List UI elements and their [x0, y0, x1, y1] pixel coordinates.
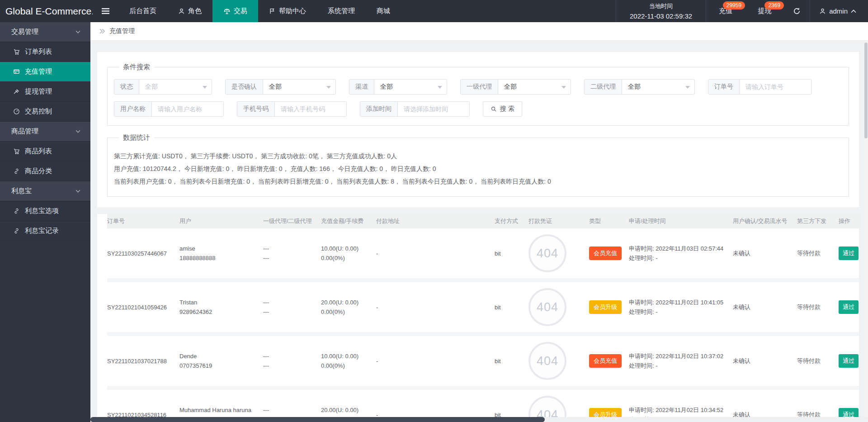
user-phone: 0707357619 — [179, 361, 259, 370]
user-name: Muhammad Haruna haruna — [179, 405, 259, 415]
cell-actions: 通过 — [839, 300, 859, 314]
horizontal-scrollbar-thumb[interactable] — [90, 417, 545, 422]
caret-down-icon — [203, 86, 207, 91]
agent1-select-group: 一级代理 全部 — [460, 79, 571, 95]
amount: 10.00(U: 0.00) — [321, 351, 372, 361]
broken-image-placeholder: 404 — [528, 288, 566, 326]
recharge-count-badge: 29959 — [723, 1, 745, 9]
recharge-table: 订单号 用户 一级代理/二级代理 充值金额/手续费 付款地址 支付方式 打款凭证… — [97, 214, 859, 422]
admin-screen: Global E-Commerce... 后台首页 角色 交易 — [0, 0, 868, 422]
nav-roles[interactable]: 角色 — [167, 0, 212, 22]
local-time-value: 2022-11-03 02:59:32 — [630, 12, 692, 20]
cell-confirm: 未确认 — [733, 249, 797, 257]
sidebar-item-label: 利息宝选项 — [25, 207, 59, 215]
sidebar-group-lixibao[interactable]: 利息宝 — [0, 181, 90, 201]
process-time: 处理时间: - — [629, 307, 728, 317]
fee: 0.00(0%) — [321, 253, 372, 263]
channel-select[interactable]: 全部 — [374, 80, 447, 94]
cell-third-party: 等待付款 — [797, 357, 839, 365]
sidebar-item-goods-list[interactable]: 商品列表 — [0, 142, 90, 161]
nav-mall[interactable]: 商城 — [366, 0, 401, 22]
status-select[interactable]: 全部 — [139, 80, 212, 94]
phone-input[interactable] — [275, 102, 346, 116]
breadcrumb-current[interactable]: 充值管理 — [109, 27, 135, 35]
approve-button[interactable]: 通过 — [839, 247, 859, 260]
search-row-2: 用户名称 手机号码 添加时间 搜 索 — [114, 101, 842, 117]
chevron-down-icon — [75, 30, 80, 33]
sidebar-item-trade-control[interactable]: 交易控制 — [0, 102, 90, 122]
sidebar-item-order-list[interactable]: 订单列表 — [0, 42, 90, 62]
app-logo: Global E-Commerce... — [0, 0, 93, 22]
search-legend: 条件搜索 — [119, 63, 154, 71]
user-icon — [819, 8, 826, 14]
col-method: 支付方式 — [495, 217, 528, 225]
cell-type: 会员充值 — [589, 354, 629, 368]
horizontal-scrollbar[interactable] — [90, 417, 868, 422]
gavel-icon — [13, 88, 20, 95]
cell-agents: --- --- — [263, 244, 321, 263]
order-no-input[interactable] — [740, 80, 811, 94]
sidebar-item-withdraw-management[interactable]: 提现管理 — [0, 82, 90, 102]
vertical-scrollbar-thumb[interactable] — [864, 43, 868, 138]
sidebar-item-goods-category[interactable]: 商品分类 — [0, 161, 90, 181]
search-button[interactable]: 搜 索 — [483, 101, 522, 117]
agent2-select[interactable]: 全部 — [622, 80, 694, 94]
sidebar-item-label: 提现管理 — [25, 87, 52, 96]
agent1-select[interactable]: 全部 — [498, 80, 571, 94]
nav-trade[interactable]: 交易 — [212, 0, 258, 22]
sidebar-group-trade-label: 交易管理 — [11, 28, 38, 36]
search-row-1: 状态 全部 是否确认 全部 渠道 — [114, 79, 842, 95]
stats-line-current-list: 当前列表用户充值: 0， 当前列表今日新增充值: 0， 当前列表昨日新增充值: … — [114, 175, 842, 188]
cell-type: 会员充值 — [589, 247, 629, 260]
confirmed-select[interactable]: 全部 — [263, 80, 335, 94]
user-name-input[interactable] — [152, 102, 223, 116]
col-address: 付款地址 — [376, 217, 495, 225]
approve-button[interactable]: 通过 — [839, 354, 859, 368]
agent1: --- — [263, 405, 316, 415]
refresh-button[interactable] — [784, 0, 810, 22]
nav-mall-label: 商城 — [377, 7, 390, 15]
double-arrow-icon — [99, 28, 105, 34]
topbar: Global E-Commerce... 后台首页 角色 交易 — [0, 0, 868, 22]
cell-confirm: 未确认 — [733, 303, 797, 311]
nav-help-center-label: 帮助中心 — [279, 7, 306, 15]
chevron-up-icon — [851, 9, 856, 13]
refresh-icon — [793, 7, 801, 15]
nav-help-center[interactable]: 帮助中心 — [258, 0, 317, 22]
sidebar-toggle-button[interactable] — [93, 0, 118, 22]
add-time-input-group: 添加时间 — [360, 101, 470, 117]
table-row: SY2211030257446067 amise 18888888888 ---… — [107, 228, 859, 282]
col-third-party: 第三方下发 — [797, 217, 839, 225]
approve-button[interactable]: 通过 — [839, 300, 859, 314]
agent1-label: 一级代理 — [461, 80, 498, 94]
withdraw-shortcut[interactable]: 提现 2369 — [745, 0, 784, 22]
nav-dashboard[interactable]: 后台首页 — [118, 0, 167, 22]
fee: 0.00(0%) — [321, 361, 372, 370]
vertical-scrollbar[interactable] — [864, 41, 868, 417]
cell-user: Tristan 9289624362 — [179, 298, 263, 317]
sidebar-item-lixibao-records[interactable]: 利息宝记录 — [0, 221, 90, 241]
confirmed-select-group: 是否确认 全部 — [225, 79, 336, 95]
col-voucher: 打款凭证 — [528, 217, 589, 225]
status-label: 状态 — [114, 80, 139, 94]
sidebar-item-recharge-management[interactable]: 充值管理 — [0, 62, 90, 82]
sidebar-item-lixibao-options[interactable]: 利息宝选项 — [0, 201, 90, 221]
search-button-label: 搜 索 — [500, 105, 514, 113]
hamburger-icon — [102, 8, 109, 14]
cell-amount: 10.00(U: 0.00) 0.00(0%) — [321, 244, 376, 263]
cell-order-no: SY2211021037021788 — [107, 358, 179, 365]
user-menu[interactable]: admin — [810, 0, 868, 22]
recharge-shortcut[interactable]: 充值 29959 — [706, 0, 745, 22]
sidebar-item-label: 商品列表 — [25, 147, 52, 156]
table-header-row: 订单号 用户 一级代理/二级代理 充值金额/手续费 付款地址 支付方式 打款凭证… — [107, 214, 859, 228]
channel-select-group: 渠道 全部 — [349, 79, 447, 95]
caret-down-icon — [326, 86, 331, 91]
add-time-input[interactable] — [398, 102, 469, 116]
cell-actions: 通过 — [839, 247, 859, 260]
user-name-input-group: 用户名称 — [114, 101, 224, 117]
cell-amount: 20.00(U: 0.00) 0.00(0%) — [321, 298, 376, 317]
nav-system[interactable]: 系统管理 — [317, 0, 366, 22]
sidebar-group-goods[interactable]: 商品管理 — [0, 122, 90, 142]
apply-time: 申请时间: 2022年11月03日 02:57:44 — [629, 244, 728, 253]
sidebar-group-trade[interactable]: 交易管理 — [0, 22, 90, 42]
